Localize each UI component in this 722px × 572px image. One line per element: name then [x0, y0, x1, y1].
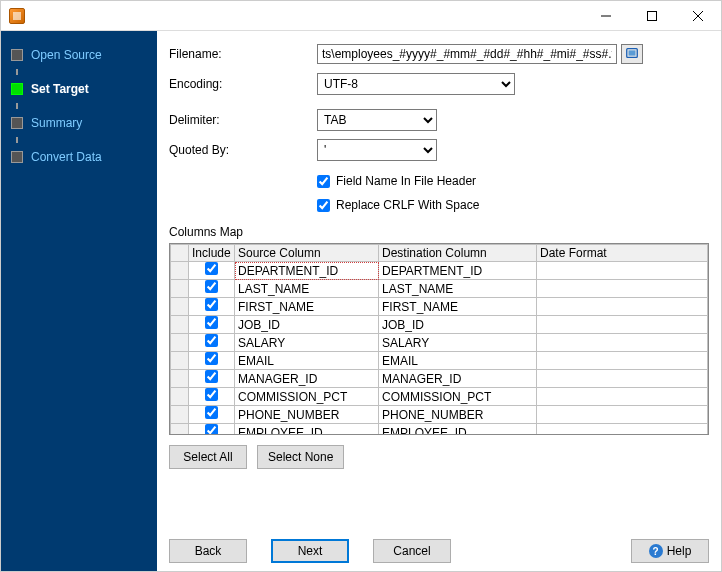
table-row[interactable]: PHONE_NUMBERPHONE_NUMBER — [171, 406, 708, 424]
sidebar-item-open-source[interactable]: Open Source — [1, 41, 157, 69]
include-checkbox[interactable] — [205, 298, 218, 311]
sidebar-item-label: Summary — [31, 116, 82, 130]
date-format-cell[interactable] — [537, 370, 708, 388]
step-box-icon — [11, 117, 23, 129]
date-format-cell[interactable] — [537, 280, 708, 298]
date-format-cell[interactable] — [537, 424, 708, 436]
col-include: Include — [189, 245, 235, 262]
next-button[interactable]: Next — [271, 539, 349, 563]
columns-table[interactable]: IncludeSource ColumnDestination ColumnDa… — [169, 243, 709, 435]
destination-cell[interactable]: DEPARTMENT_ID — [379, 262, 537, 280]
table-row[interactable]: MANAGER_IDMANAGER_ID — [171, 370, 708, 388]
source-cell[interactable]: FIRST_NAME — [235, 298, 379, 316]
select-all-button[interactable]: Select All — [169, 445, 247, 469]
select-none-button[interactable]: Select None — [257, 445, 344, 469]
encoding-select[interactable]: UTF-8 — [317, 73, 515, 95]
include-checkbox[interactable] — [205, 424, 218, 435]
source-cell[interactable]: COMMISSION_PCT — [235, 388, 379, 406]
table-row[interactable]: SALARYSALARY — [171, 334, 708, 352]
date-format-cell[interactable] — [537, 316, 708, 334]
destination-cell[interactable]: MANAGER_ID — [379, 370, 537, 388]
destination-cell[interactable]: FIRST_NAME — [379, 298, 537, 316]
filename-label: Filename: — [169, 47, 317, 61]
row-header — [171, 334, 189, 352]
columns-map-label: Columns Map — [169, 225, 709, 239]
destination-cell[interactable]: SALARY — [379, 334, 537, 352]
date-format-cell[interactable] — [537, 262, 708, 280]
help-label: Help — [667, 544, 692, 558]
col-date-format: Date Format — [537, 245, 708, 262]
col-destination: Destination Column — [379, 245, 537, 262]
sidebar-item-convert-data[interactable]: Convert Data — [1, 143, 157, 171]
destination-cell[interactable]: EMAIL — [379, 352, 537, 370]
source-cell[interactable]: SALARY — [235, 334, 379, 352]
cancel-button[interactable]: Cancel — [373, 539, 451, 563]
source-cell[interactable]: PHONE_NUMBER — [235, 406, 379, 424]
quoted-label: Quoted By: — [169, 143, 317, 157]
include-checkbox[interactable] — [205, 370, 218, 383]
row-header — [171, 424, 189, 436]
table-row[interactable]: COMMISSION_PCTCOMMISSION_PCT — [171, 388, 708, 406]
include-checkbox[interactable] — [205, 280, 218, 293]
include-checkbox[interactable] — [205, 406, 218, 419]
delimiter-select[interactable]: TAB — [317, 109, 437, 131]
date-format-cell[interactable] — [537, 334, 708, 352]
table-row[interactable]: EMPLOYEE_IDEMPLOYEE_ID — [171, 424, 708, 436]
step-box-icon — [11, 151, 23, 163]
destination-cell[interactable]: PHONE_NUMBER — [379, 406, 537, 424]
destination-cell[interactable]: LAST_NAME — [379, 280, 537, 298]
source-cell[interactable]: JOB_ID — [235, 316, 379, 334]
step-box-icon — [11, 83, 23, 95]
source-cell[interactable]: DEPARTMENT_ID — [235, 262, 379, 280]
main-panel: Filename: Encoding: UTF-8 Delimiter: TAB… — [157, 31, 721, 571]
filename-input[interactable] — [317, 44, 617, 64]
svg-rect-5 — [629, 50, 636, 55]
table-row[interactable]: EMAILEMAIL — [171, 352, 708, 370]
table-row[interactable]: DEPARTMENT_IDDEPARTMENT_ID — [171, 262, 708, 280]
back-button[interactable]: Back — [169, 539, 247, 563]
table-row[interactable]: FIRST_NAMEFIRST_NAME — [171, 298, 708, 316]
sidebar-item-label: Open Source — [31, 48, 102, 62]
source-cell[interactable]: EMAIL — [235, 352, 379, 370]
include-checkbox[interactable] — [205, 262, 218, 275]
destination-cell[interactable]: EMPLOYEE_ID — [379, 424, 537, 436]
source-cell[interactable]: EMPLOYEE_ID — [235, 424, 379, 436]
include-checkbox[interactable] — [205, 388, 218, 401]
help-button[interactable]: ? Help — [631, 539, 709, 563]
sidebar-item-set-target[interactable]: Set Target — [1, 75, 157, 103]
date-format-cell[interactable] — [537, 406, 708, 424]
row-header — [171, 352, 189, 370]
maximize-button[interactable] — [629, 1, 675, 30]
date-format-cell[interactable] — [537, 388, 708, 406]
browse-button[interactable] — [621, 44, 643, 64]
minimize-button[interactable] — [583, 1, 629, 30]
row-header — [171, 370, 189, 388]
step-box-icon — [11, 49, 23, 61]
col-source: Source Column — [235, 245, 379, 262]
row-header — [171, 262, 189, 280]
destination-cell[interactable]: JOB_ID — [379, 316, 537, 334]
close-button[interactable] — [675, 1, 721, 30]
table-row[interactable]: JOB_IDJOB_ID — [171, 316, 708, 334]
date-format-cell[interactable] — [537, 352, 708, 370]
source-cell[interactable]: LAST_NAME — [235, 280, 379, 298]
encoding-label: Encoding: — [169, 77, 317, 91]
delimiter-label: Delimiter: — [169, 113, 317, 127]
table-row[interactable]: LAST_NAMELAST_NAME — [171, 280, 708, 298]
source-cell[interactable]: MANAGER_ID — [235, 370, 379, 388]
date-format-cell[interactable] — [537, 298, 708, 316]
quoted-select[interactable]: ' — [317, 139, 437, 161]
folder-icon — [625, 46, 639, 63]
include-checkbox[interactable] — [205, 352, 218, 365]
replace-crlf-label[interactable]: Replace CRLF With Space — [336, 198, 479, 212]
field-header-label[interactable]: Field Name In File Header — [336, 174, 476, 188]
replace-crlf-checkbox[interactable] — [317, 199, 330, 212]
field-header-checkbox[interactable] — [317, 175, 330, 188]
wizard-sidebar: Open SourceSet TargetSummaryConvert Data — [1, 31, 157, 571]
row-header — [171, 316, 189, 334]
include-checkbox[interactable] — [205, 316, 218, 329]
sidebar-item-label: Convert Data — [31, 150, 102, 164]
destination-cell[interactable]: COMMISSION_PCT — [379, 388, 537, 406]
sidebar-item-summary[interactable]: Summary — [1, 109, 157, 137]
include-checkbox[interactable] — [205, 334, 218, 347]
